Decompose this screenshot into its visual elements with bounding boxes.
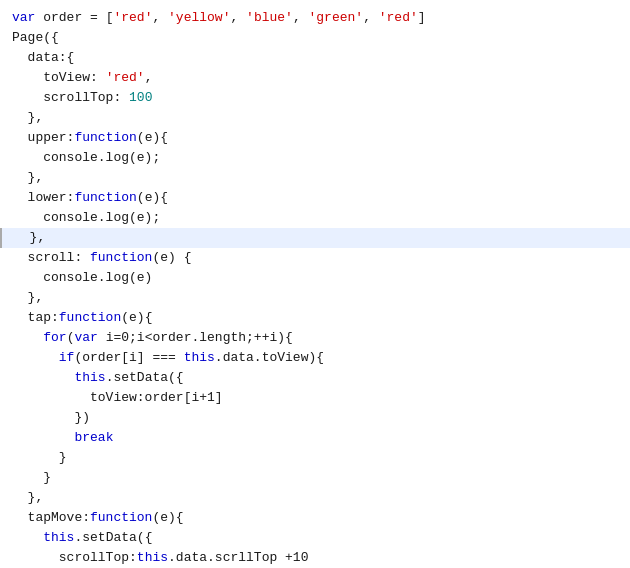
code-text: this.setData({: [12, 528, 152, 548]
code-line: scroll: function(e) {: [0, 248, 630, 268]
code-text: }: [12, 448, 67, 468]
code-text: }): [12, 408, 90, 428]
code-text: for(var i=0;i<order.length;++i){: [12, 328, 293, 348]
code-text: if(order[i] === this.data.toView){: [12, 348, 324, 368]
code-text: scroll: function(e) {: [12, 248, 191, 268]
code-line: }): [0, 408, 630, 428]
code-text: console.log(e);: [12, 148, 160, 168]
code-line: }: [0, 448, 630, 468]
code-line: if(order[i] === this.data.toView){: [0, 348, 630, 368]
code-line: var order = ['red', 'yellow', 'blue', 'g…: [0, 8, 630, 28]
code-line: console.log(e);: [0, 208, 630, 228]
code-text: this.setData({: [12, 368, 184, 388]
code-line-highlighted: },: [0, 228, 630, 248]
code-text: lower:function(e){: [12, 188, 168, 208]
code-text: toView:order[i+1]: [12, 388, 223, 408]
code-text: console.log(e): [12, 268, 152, 288]
code-text: data:{: [12, 48, 74, 68]
code-line: },: [0, 288, 630, 308]
code-line: upper:function(e){: [0, 128, 630, 148]
code-line: console.log(e);: [0, 148, 630, 168]
code-text: },: [14, 228, 45, 248]
code-line: }: [0, 468, 630, 488]
code-text: },: [12, 288, 43, 308]
code-line: tap:function(e){: [0, 308, 630, 328]
code-line: for(var i=0;i<order.length;++i){: [0, 328, 630, 348]
code-text: },: [12, 168, 43, 188]
code-text: break: [12, 428, 113, 448]
code-text: tap:function(e){: [12, 308, 152, 328]
code-text: var order = ['red', 'yellow', 'blue', 'g…: [12, 8, 426, 28]
code-line: },: [0, 488, 630, 508]
code-text: upper:function(e){: [12, 128, 168, 148]
code-line: break: [0, 428, 630, 448]
code-line: this.setData({: [0, 528, 630, 548]
code-line: },: [0, 168, 630, 188]
code-text: toView: 'red',: [12, 68, 152, 88]
code-line: toView:order[i+1]: [0, 388, 630, 408]
code-line: scrollTop:this.data.scrllTop +10: [0, 548, 630, 568]
code-text: },: [12, 488, 43, 508]
code-text: tapMove:function(e){: [12, 508, 184, 528]
code-line: scrollTop: 100: [0, 88, 630, 108]
code-text: scrollTop:this.data.scrllTop +10: [12, 548, 308, 568]
code-editor: var order = ['red', 'yellow', 'blue', 'g…: [0, 0, 630, 568]
code-text: }: [12, 468, 51, 488]
code-text: scrollTop: 100: [12, 88, 152, 108]
code-line: this.setData({: [0, 368, 630, 388]
code-line: data:{: [0, 48, 630, 68]
code-line: toView: 'red',: [0, 68, 630, 88]
code-line: lower:function(e){: [0, 188, 630, 208]
code-text: console.log(e);: [12, 208, 160, 228]
code-text: Page({: [12, 28, 59, 48]
code-text: },: [12, 108, 43, 128]
code-line: console.log(e): [0, 268, 630, 288]
code-line: tapMove:function(e){: [0, 508, 630, 528]
code-line: Page({: [0, 28, 630, 48]
code-line: },: [0, 108, 630, 128]
